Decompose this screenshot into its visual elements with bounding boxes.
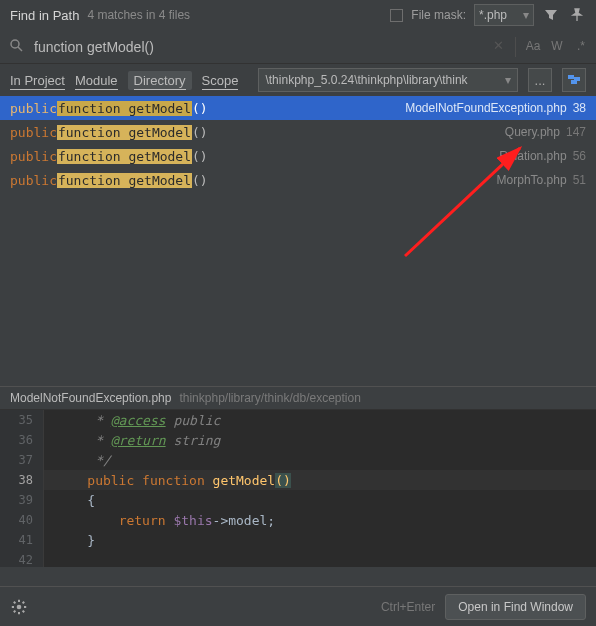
words-toggle[interactable]: W: [548, 37, 566, 55]
match-rest: (): [192, 101, 208, 116]
code-text: */: [44, 453, 111, 468]
svg-point-0: [11, 40, 19, 48]
browse-button[interactable]: ...: [528, 68, 552, 92]
filter-icon[interactable]: [542, 6, 560, 24]
recursive-toggle[interactable]: [562, 68, 586, 92]
gutter: 38: [0, 470, 44, 490]
result-line: 38: [573, 101, 586, 115]
svg-line-13: [14, 610, 16, 612]
directory-path-text: \thinkphp_5.0.24\thinkphp\library\think: [265, 73, 467, 87]
clear-icon[interactable]: ✕: [489, 37, 507, 55]
svg-line-12: [23, 610, 25, 612]
match-case-toggle[interactable]: Aa: [524, 37, 542, 55]
gutter: 37: [0, 450, 44, 470]
code-text: return $this->model;: [44, 513, 275, 528]
gutter: 41: [0, 530, 44, 550]
title-bar: Find in Path 4 matches in 4 files File m…: [0, 0, 596, 30]
results-list: public function getModel()ModelNotFoundE…: [0, 96, 596, 192]
svg-rect-4: [574, 77, 580, 81]
open-in-find-window-button[interactable]: Open in Find Window: [445, 594, 586, 620]
match-count: 4 matches in 4 files: [87, 8, 190, 22]
result-file: ModelNotFoundException.php: [405, 101, 566, 115]
match-highlight: function getModel: [57, 101, 192, 116]
match-highlight: function getModel: [57, 125, 192, 140]
preview-file-path: thinkphp/library/think/db/exception: [179, 391, 360, 405]
gear-icon[interactable]: [10, 598, 28, 616]
keyword: public: [10, 101, 57, 116]
svg-line-14: [23, 601, 25, 603]
preview-file-name: ModelNotFoundException.php: [10, 391, 171, 405]
match-rest: (): [192, 149, 208, 164]
separator: [515, 37, 516, 57]
results-area: public function getModel()ModelNotFoundE…: [0, 96, 596, 386]
result-row[interactable]: public function getModel()ModelNotFoundE…: [0, 96, 596, 120]
match-highlight: function getModel: [57, 149, 192, 164]
search-input[interactable]: [32, 38, 483, 56]
match-rest: (): [192, 173, 208, 188]
gutter: 42: [0, 550, 44, 567]
code-text: * @access public: [44, 413, 220, 428]
svg-point-6: [17, 604, 22, 609]
tab-module[interactable]: Module: [75, 73, 118, 88]
gutter: 36: [0, 430, 44, 450]
preview-header: ModelNotFoundException.php thinkphp/libr…: [0, 386, 596, 410]
tab-scope[interactable]: Scope: [202, 73, 239, 88]
shortcut-hint: Ctrl+Enter: [381, 600, 435, 614]
result-line: 147: [566, 125, 586, 139]
search-row: ✕ Aa W .*: [0, 30, 596, 64]
keyword: public: [10, 149, 57, 164]
result-file: MorphTo.php: [497, 173, 567, 187]
code-text: }: [44, 533, 95, 548]
result-row[interactable]: public function getModel()Query.php147: [0, 120, 596, 144]
chevron-down-icon: ▾: [523, 8, 529, 22]
file-mask-label: File mask:: [411, 8, 466, 22]
chevron-down-icon: ▾: [505, 73, 511, 87]
gutter: 35: [0, 410, 44, 430]
dialog-title: Find in Path: [10, 8, 79, 23]
result-row[interactable]: public function getModel()MorphTo.php51: [0, 168, 596, 192]
pin-icon[interactable]: [568, 6, 586, 24]
code-text: public function getModel(): [44, 473, 291, 488]
regex-toggle[interactable]: .*: [572, 37, 590, 55]
svg-line-1: [18, 47, 22, 51]
scope-row: In Project Module Directory Scope \think…: [0, 64, 596, 96]
result-row[interactable]: public function getModel()Relation.php56: [0, 144, 596, 168]
result-line: 56: [573, 149, 586, 163]
tab-directory[interactable]: Directory: [128, 71, 192, 90]
result-file: Relation.php: [499, 149, 566, 163]
svg-rect-2: [568, 75, 574, 79]
tab-in-project[interactable]: In Project: [10, 73, 65, 88]
gutter: 39: [0, 490, 44, 510]
search-icon: [6, 38, 26, 55]
file-mask-checkbox[interactable]: [390, 9, 403, 22]
file-mask-combo[interactable]: *.php ▾: [474, 4, 534, 26]
code-text: * @return string: [44, 433, 220, 448]
bottom-bar: Ctrl+Enter Open in Find Window: [0, 586, 596, 626]
match-rest: (): [192, 125, 208, 140]
code-preview[interactable]: 35 * @access public 36 * @return string …: [0, 410, 596, 567]
keyword: public: [10, 173, 57, 188]
code-text: {: [44, 493, 95, 508]
result-line: 51: [573, 173, 586, 187]
result-file: Query.php: [505, 125, 560, 139]
svg-line-11: [14, 601, 16, 603]
gutter: 40: [0, 510, 44, 530]
keyword: public: [10, 125, 57, 140]
directory-path-combo[interactable]: \thinkphp_5.0.24\thinkphp\library\think …: [258, 68, 518, 92]
match-highlight: function getModel: [57, 173, 192, 188]
file-mask-value: *.php: [479, 8, 507, 22]
